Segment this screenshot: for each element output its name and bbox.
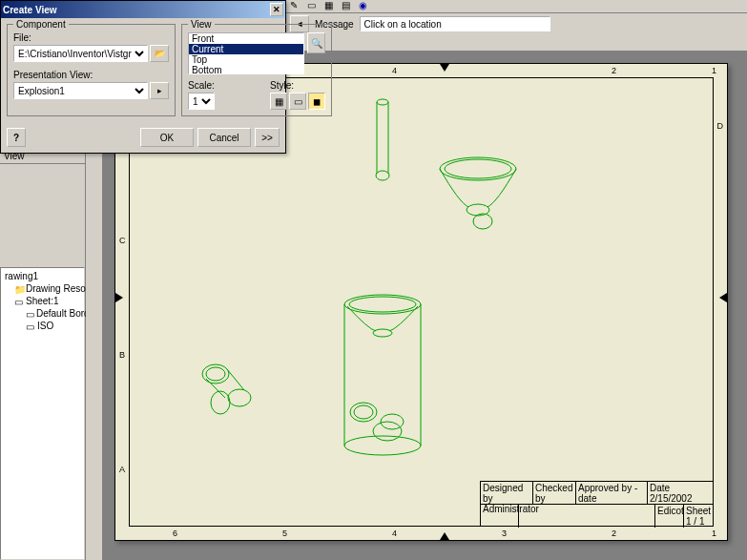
zone-bot-4: 4 [392, 529, 397, 538]
tool-icon-1[interactable]: ✎ [290, 0, 305, 13]
arrow-bottom [440, 532, 449, 540]
svg-point-11 [211, 391, 230, 414]
tool-icon-2[interactable]: ▭ [307, 0, 322, 13]
tb-date-label: Date [650, 483, 711, 493]
message-bar: ◄ Message [286, 13, 747, 34]
zone-bot-2: 2 [612, 529, 616, 538]
scale-label: Scale: [188, 80, 264, 91]
tb-designed-label: Designed by [483, 483, 530, 504]
tree-item-iso[interactable]: ▭ISO [3, 320, 82, 332]
tb-checked-label: Checked by [535, 483, 573, 504]
zone-top-1: 1 [712, 66, 716, 75]
svg-point-12 [344, 295, 421, 314]
change-orientation-button[interactable]: 🔍 [307, 32, 325, 53]
zone-top-4: 4 [392, 66, 397, 75]
svg-point-20 [373, 422, 402, 441]
dialog-titlebar[interactable]: Create View ✕ [1, 1, 285, 18]
zone-right-d: D [717, 121, 724, 131]
tb-edition: Edicot [657, 506, 681, 516]
view-option-current[interactable]: Current [189, 44, 303, 54]
file-dropdown[interactable]: E:\Cristiano\Inventor\Vistgr [13, 45, 148, 62]
presentation-dropdown[interactable]: Explosion1 [13, 82, 148, 99]
arrow-top [440, 64, 449, 72]
create-view-dialog: Create View ✕ Component File: E:\Cristia… [0, 0, 286, 154]
svg-point-3 [376, 171, 389, 180]
zone-left-b: B [119, 350, 125, 360]
tb-date-value: 2/15/2002 [650, 493, 711, 504]
wireframe-cylinder-assembly [340, 293, 425, 465]
style-hidden-removed-button[interactable]: ▭ [289, 93, 306, 110]
presentation-browse-button[interactable]: ▸ [150, 82, 169, 99]
zone-bot-6: 6 [173, 529, 177, 538]
zone-bot-3: 3 [502, 529, 507, 538]
style-label: Style: [270, 80, 325, 91]
help-button[interactable]: ? [7, 128, 26, 147]
tree-root[interactable]: rawing1 [3, 270, 82, 282]
tool-icon-4[interactable]: ▤ [342, 0, 357, 13]
browser-panel: rawing1 📁Drawing Resources ▭Sheet:1 ▭Def… [0, 267, 85, 560]
style-hidden-line-button[interactable]: ▦ [270, 93, 287, 110]
component-title: Component [13, 19, 69, 30]
svg-point-0 [377, 99, 388, 105]
svg-point-19 [354, 405, 373, 419]
tool-icon-3[interactable]: ▦ [324, 0, 340, 13]
scale-dropdown[interactable]: 1 [188, 93, 215, 110]
zone-bot-1: 1 [712, 529, 716, 538]
tb-sheet-value: 1 / 1 [686, 516, 711, 527]
zone-left-a: A [119, 465, 125, 474]
dialog-title: Create View [3, 5, 57, 15]
view-orientation-list[interactable]: Front Current Top Bottom Left [188, 32, 304, 74]
svg-point-14 [373, 329, 392, 337]
wireframe-elbow [197, 350, 268, 422]
svg-point-17 [344, 436, 421, 455]
message-input[interactable] [360, 16, 550, 31]
zone-bot-5: 5 [282, 529, 287, 538]
tool-icon-5[interactable]: ◉ [359, 0, 374, 13]
zone-top-2: 2 [612, 66, 616, 75]
view-groupbox: View Front Current Top Bottom Left 🔍 Sca… [181, 24, 332, 116]
svg-point-5 [445, 159, 511, 178]
tree-item-resources[interactable]: 📁Drawing Resources [3, 282, 82, 295]
browse-file-button[interactable]: 📂 [150, 45, 169, 62]
title-block: Designed byAdministrator Checked by Appr… [480, 481, 714, 527]
svg-point-13 [349, 297, 416, 312]
svg-point-7 [473, 214, 492, 229]
arrow-left [115, 293, 123, 302]
zone-left-c: C [119, 236, 126, 245]
cancel-button[interactable]: Cancel [197, 128, 251, 147]
view-option-top[interactable]: Top [189, 54, 303, 65]
arrow-right [719, 293, 727, 302]
style-shaded-button[interactable]: ◼ [308, 93, 325, 110]
svg-point-10 [228, 389, 251, 406]
view-option-bottom[interactable]: Bottom [189, 65, 303, 74]
expand-button[interactable]: >> [255, 128, 280, 147]
component-groupbox: Component File: E:\Cristiano\Inventor\Vi… [7, 24, 176, 116]
close-icon[interactable]: ✕ [270, 3, 283, 16]
tree-item-border[interactable]: ▭Default Border [3, 307, 82, 320]
view-option-front[interactable]: Front [189, 33, 303, 44]
ok-button[interactable]: OK [140, 128, 194, 147]
tree-item-sheet[interactable]: ▭Sheet:1 [3, 295, 82, 307]
tb-approved-label: Approved by - date [578, 483, 645, 504]
view-title: View [188, 19, 215, 30]
svg-point-9 [206, 367, 225, 381]
file-label: File: [13, 32, 169, 43]
svg-point-4 [440, 157, 516, 180]
wireframe-rod [373, 97, 392, 183]
wireframe-funnel [435, 155, 521, 236]
tb-sheet-label: Sheet [686, 506, 711, 516]
presentation-label: Presentation View: [13, 70, 169, 80]
